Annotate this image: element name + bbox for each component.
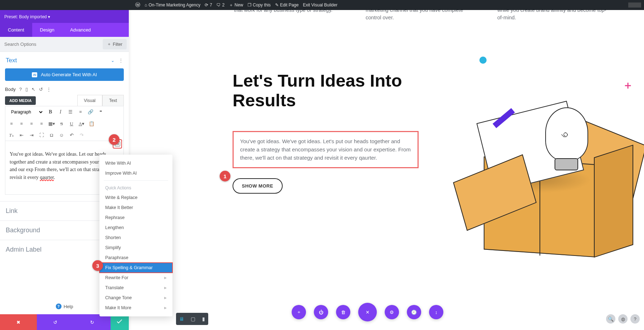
underline-icon[interactable]: U [68,121,75,127]
tab-content[interactable]: Content [0,23,32,37]
strike-icon[interactable]: S [58,121,65,127]
bubble-settings[interactable]: ⚙ [385,305,399,319]
text-color-icon[interactable]: A▾ [78,121,85,127]
mi-translate[interactable]: Translate▶ [99,283,172,293]
section-more-icon[interactable]: ⋮ [119,58,123,63]
mi-paraphrase[interactable]: Paraphrase [99,253,172,263]
mi-make-better[interactable]: Make It Better [99,203,172,213]
paragraph-select[interactable]: Paragraph [8,108,44,116]
paste-icon[interactable]: 📋 [88,121,95,127]
mobile-view-icon[interactable]: ▮ [202,316,205,322]
hero-title: Let's Turn Ideas Into Results [233,71,419,110]
align-justify-icon[interactable]: ≡ [38,121,45,127]
editor-tab-text[interactable]: Text [102,95,124,106]
bullet-list-icon[interactable]: ☰ [67,109,74,115]
align-center-icon[interactable]: ≡ [18,121,25,127]
corner-bubbles: 🔍 ◍ ? [606,314,640,324]
new-link[interactable]: ＋New [229,2,243,8]
discard-button[interactable]: ✖ [0,314,37,330]
mi-simplify[interactable]: Simplify [99,243,172,253]
add-media-button[interactable]: ADD MEDIA [5,96,36,105]
rb-layers[interactable]: ◍ [618,314,628,324]
rb-search[interactable]: 🔍 [606,314,615,324]
ai-badge-icon: AI [32,72,37,77]
bold-icon[interactable]: B [47,109,54,115]
wysiwyg-toolbar: Paragraph B I ☰ ≡ 🔗 ❝ ≡ ≡ ≡ ≡ ▦▾ S U A▾ … [5,106,124,141]
site-name-link[interactable]: ⌂On-Time Marketing Agency [145,3,200,8]
callout-3: 3 [92,260,103,271]
ai-dropdown-menu: Write With AI Improve With AI Quick Acti… [99,155,172,316]
tab-design[interactable]: Design [32,23,62,37]
help-icon[interactable]: ? [19,87,22,92]
desktop-icon[interactable]: 🖥 [179,316,184,322]
quote-icon[interactable]: ❝ [97,109,104,115]
search-input[interactable] [0,38,101,50]
tab-advanced[interactable]: Advanced [62,23,99,37]
bubble-add[interactable]: ＋ [292,305,306,319]
bubble-trash[interactable]: 🗑 [336,305,350,319]
align-left-icon[interactable]: ≡ [8,121,15,127]
mi-fix-spelling-grammar[interactable]: Fix Spelling & Grammar [99,263,172,273]
device-switcher: 🖥 ▢ ▮ [176,313,208,325]
bubble-power[interactable]: ⏻ [314,305,328,319]
mi-rephrase[interactable]: Rephrase [99,213,172,223]
body-label: Body [5,87,16,92]
mi-shorten[interactable]: Shorten [99,233,172,243]
outdent-icon[interactable]: ⇤ [18,132,25,139]
user-account[interactable] [628,3,641,8]
wp-admin-bar: ⓦ ⌂On-Time Marketing Agency ⟳7 🗨2 ＋New ❐… [0,0,644,10]
hero-illustration: ＋ ꩜ [433,71,626,257]
bubble-history[interactable]: 🕘 [407,305,421,319]
preset-label[interactable]: Preset: Body imported ▾ [0,14,129,23]
undo-button[interactable]: ↺ [37,314,74,330]
mi-improve-with-ai[interactable]: Improve With AI [99,168,172,178]
mi-lengthen[interactable]: Lengthen [99,223,172,233]
emoji-icon[interactable]: ☺ [58,132,65,139]
copy-this-link[interactable]: ❐Copy this [248,3,271,8]
table-icon[interactable]: ▦▾ [48,121,55,127]
exit-visual-builder-link[interactable]: Exit Visual Builder [303,3,338,8]
undo-editor-icon[interactable]: ↶ [68,132,75,139]
decor-pink-plus: ＋ [623,78,633,93]
save-button[interactable] [111,314,129,330]
body-more-icon[interactable]: ⋮ [47,87,51,92]
mi-make-it-more[interactable]: Make It More▶ [99,303,172,313]
comments-link[interactable]: 🗨2 [216,3,225,8]
builder-action-bubbles: ＋ ⏻ 🗑 ✕ ⚙ 🕘 ↕ [292,305,443,321]
updates-link[interactable]: ⟳7 [205,3,212,8]
decor-blue-dot [479,57,487,64]
hero-body-module[interactable]: You've got ideas. We've got ideas. Let's… [233,131,419,168]
mi-write-with-ai[interactable]: Write With AI [99,158,172,168]
tablet-icon[interactable]: ▯ [25,87,28,92]
redo-button[interactable]: ↻ [74,314,111,330]
special-char-icon[interactable]: Ω [48,132,55,139]
settings-tabs: Content Design Advanced [0,23,129,37]
hover-icon[interactable]: ↖ [31,87,35,92]
bubble-swap[interactable]: ↕ [429,305,443,319]
italic-icon[interactable]: I [57,109,64,115]
auto-generate-ai-button[interactable]: AI Auto Generate Text With AI [5,68,124,81]
reset-icon[interactable]: ↺ [39,87,43,92]
number-list-icon[interactable]: ≡ [77,109,84,115]
mi-write-replace[interactable]: Write & Replace [99,193,172,203]
mi-change-tone[interactable]: Change Tone▶ [99,293,172,303]
mi-rewrite-for[interactable]: Rewrite For▶ [99,273,172,283]
redo-editor-icon[interactable]: ↷ [78,132,85,139]
fullscreen-icon[interactable]: ⛶ [38,132,45,139]
clear-format-icon[interactable]: Tₓ [8,132,15,139]
indent-icon[interactable]: ⇥ [28,132,35,139]
tablet-view-icon[interactable]: ▢ [191,316,195,322]
editor-tab-visual[interactable]: Visual [77,95,102,106]
wp-logo[interactable]: ⓦ [135,2,140,8]
link-icon[interactable]: 🔗 [87,109,94,115]
quick-actions-label: Quick Actions [99,183,172,193]
edit-page-link[interactable]: ✎Edit Page [275,3,299,8]
callout-2: 2 [109,134,119,145]
show-more-button[interactable]: SHOW MORE [233,178,283,194]
rb-help[interactable]: ? [630,314,640,324]
section-text-label[interactable]: Text [6,57,17,64]
align-right-icon[interactable]: ≡ [28,121,35,127]
bubble-close[interactable]: ✕ [358,303,377,321]
filter-button[interactable]: ＋Filter [103,39,127,49]
collapse-icon[interactable]: ⌄ [111,58,114,63]
